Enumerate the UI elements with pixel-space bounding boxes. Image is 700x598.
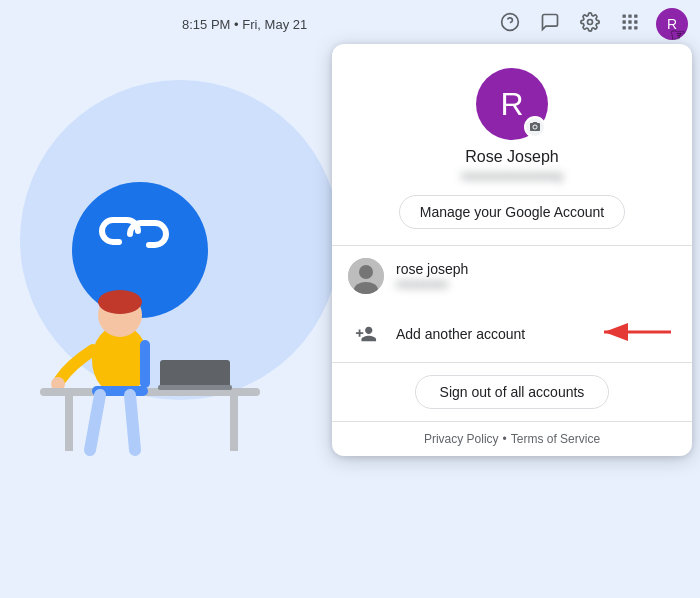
svg-rect-10 bbox=[160, 360, 230, 388]
terms-of-service-link[interactable]: Terms of Service bbox=[511, 432, 600, 446]
apps-icon bbox=[620, 12, 640, 37]
privacy-policy-link[interactable]: Privacy Policy bbox=[424, 432, 499, 446]
account-avatar-button[interactable]: R bbox=[656, 8, 688, 40]
red-arrow-indicator bbox=[596, 317, 676, 351]
panel-user-name: Rose Joseph bbox=[465, 148, 558, 166]
svg-rect-6 bbox=[65, 396, 73, 451]
panel-user-email: rxxxxxxxxxxxxxxy bbox=[461, 168, 563, 183]
footer-separator: • bbox=[503, 432, 507, 446]
add-account-icon bbox=[348, 316, 384, 352]
svg-rect-21 bbox=[623, 26, 626, 29]
svg-rect-15 bbox=[623, 14, 626, 17]
avatar-letter: R bbox=[667, 16, 677, 32]
manage-account-button[interactable]: Manage your Google Account bbox=[399, 195, 625, 229]
add-account-row[interactable]: Add another account bbox=[332, 306, 692, 362]
signout-section: Sign out of all accounts bbox=[332, 363, 692, 422]
apps-button[interactable] bbox=[612, 6, 648, 42]
panel-header: R Rose Joseph rxxxxxxxxxxxxxxy Manage yo… bbox=[332, 44, 692, 246]
svg-rect-11 bbox=[158, 385, 232, 390]
topbar-icons: R bbox=[492, 6, 688, 42]
chat-button[interactable] bbox=[532, 6, 568, 42]
account-name: rose joseph bbox=[396, 261, 468, 277]
panel-avatar-wrap: R bbox=[476, 68, 548, 140]
svg-rect-17 bbox=[634, 14, 637, 17]
svg-rect-20 bbox=[634, 20, 637, 23]
account-info: rose joseph rxxxxxxxx bbox=[396, 261, 468, 291]
account-row[interactable]: rose joseph rxxxxxxxx bbox=[332, 246, 692, 306]
svg-rect-9 bbox=[140, 340, 150, 388]
camera-badge[interactable] bbox=[524, 116, 546, 138]
svg-rect-16 bbox=[628, 14, 631, 17]
settings-button[interactable] bbox=[572, 6, 608, 42]
account-section: rose joseph rxxxxxxxx Add another accoun… bbox=[332, 246, 692, 363]
svg-point-14 bbox=[588, 19, 593, 24]
svg-rect-22 bbox=[628, 26, 631, 29]
panel-avatar-letter: R bbox=[500, 86, 523, 123]
svg-point-25 bbox=[359, 265, 373, 279]
settings-icon bbox=[580, 12, 600, 37]
add-account-label: Add another account bbox=[396, 326, 525, 342]
account-dropdown-panel: R Rose Joseph rxxxxxxxxxxxxxxy Manage yo… bbox=[332, 44, 692, 456]
svg-rect-23 bbox=[634, 26, 637, 29]
chat-icon bbox=[540, 12, 560, 37]
topbar: 8:15 PM • Fri, May 21 bbox=[0, 0, 700, 48]
svg-rect-19 bbox=[628, 20, 631, 23]
panel-footer: Privacy Policy • Terms of Service bbox=[332, 422, 692, 456]
illustration bbox=[10, 70, 310, 474]
signout-button[interactable]: Sign out of all accounts bbox=[415, 375, 610, 409]
svg-rect-18 bbox=[623, 20, 626, 23]
help-button[interactable] bbox=[492, 6, 528, 42]
account-avatar-image bbox=[348, 258, 384, 294]
svg-rect-7 bbox=[230, 396, 238, 451]
account-email: rxxxxxxxx bbox=[396, 277, 468, 291]
help-icon bbox=[500, 12, 520, 37]
time-display: 8:15 PM • Fri, May 21 bbox=[182, 17, 307, 32]
svg-point-3 bbox=[98, 290, 142, 314]
